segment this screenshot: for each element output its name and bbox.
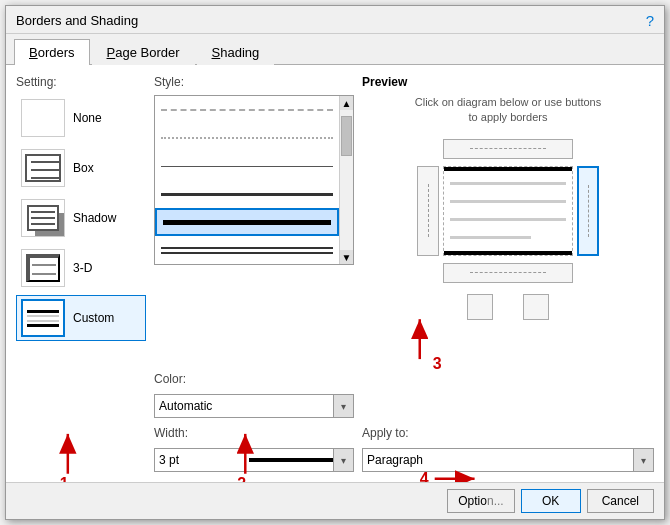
top-border-btn[interactable] (443, 139, 573, 159)
preview-bottom-border (444, 251, 572, 255)
empty-top-right (577, 136, 603, 162)
style-item-2[interactable] (155, 124, 339, 152)
shadow-line-3 (31, 223, 55, 225)
setting-box[interactable]: Box (16, 145, 146, 191)
setting-shadow-label: Shadow (73, 211, 116, 225)
custom-bottom-border (27, 324, 59, 327)
box-line-2 (31, 169, 59, 171)
setting-3d-label: 3-D (73, 261, 92, 275)
width-dropdown[interactable]: 3 pt ▾ (154, 448, 354, 472)
style-item-1[interactable] (155, 96, 339, 124)
preview-label: Preview (362, 75, 654, 89)
panel-setting: Setting: None (16, 75, 146, 472)
extra-border-btn-2[interactable] (523, 294, 549, 320)
width-dropdown-content: 3 pt (159, 453, 333, 467)
help-icon[interactable]: ? (646, 12, 654, 29)
box-icon-inner (25, 154, 61, 182)
left-border-btn[interactable] (417, 166, 439, 256)
setting-shadow-icon (21, 199, 65, 237)
custom-line-1 (27, 315, 59, 317)
cancel-button[interactable]: Cancel (587, 489, 654, 513)
style-line-dot (161, 137, 333, 139)
extra-border-btn-1[interactable] (467, 294, 493, 320)
none-icon-inner (25, 104, 61, 132)
style-line-thin (161, 166, 333, 167)
3d-line-2 (32, 273, 56, 275)
apply-to-dropdown[interactable]: Paragraph ▾ (362, 448, 654, 472)
style-line-dash1 (161, 109, 333, 111)
shadow-line-2 (31, 217, 55, 219)
right-border-btn[interactable] (577, 166, 599, 256)
style-item-3[interactable] (155, 152, 339, 180)
box-lines (27, 156, 63, 184)
tab-page-border[interactable]: Page Border (92, 39, 195, 65)
preview-middle-row (417, 166, 599, 256)
bottom-border-btn[interactable] (443, 263, 573, 283)
3d-line-1 (32, 264, 56, 266)
width-section: Width: 3 pt ▾ (154, 426, 354, 472)
extra-border-row (467, 294, 549, 320)
empty-bottom-left (413, 260, 439, 286)
width-line-preview (249, 458, 333, 462)
preview-line-2 (450, 200, 566, 203)
style-section: Style: (154, 75, 354, 364)
scroll-down-btn[interactable]: ▼ (340, 250, 353, 264)
left-border-indicator (428, 184, 429, 237)
preview-text-area (444, 171, 572, 251)
tab-shading-label: Shading (212, 45, 260, 60)
color-label: Color: (154, 372, 354, 386)
panel-right: Preview Click on diagram below or use bu… (362, 75, 654, 472)
options-label-cut: n... (487, 494, 504, 508)
style-listbox[interactable] (155, 96, 353, 264)
setting-3d[interactable]: 3-D (16, 245, 146, 291)
setting-custom[interactable]: Custom (16, 295, 146, 341)
shadow-box (27, 205, 59, 231)
setting-label: Setting: (16, 75, 146, 89)
options-button[interactable]: Option... (447, 489, 514, 513)
setting-box-label: Box (73, 161, 94, 175)
top-border-indicator (470, 148, 547, 149)
titlebar: Borders and Shading ? (6, 6, 664, 34)
color-dropdown[interactable]: Automatic ▾ (154, 394, 354, 418)
style-line-medium (161, 193, 333, 196)
apply-to-label: Apply to: (362, 426, 654, 440)
setting-box-icon (21, 149, 65, 187)
style-label: Style: (154, 75, 354, 89)
tabs-bar: Borders Page Border Shading (6, 34, 664, 65)
bottom-bar: Option... OK Cancel (6, 482, 664, 519)
setting-items-list: None Bo (16, 95, 146, 341)
tab-borders[interactable]: Borders (14, 39, 90, 65)
style-line-double (161, 247, 333, 254)
preview-line-3 (450, 218, 566, 221)
setting-custom-label: Custom (73, 311, 114, 325)
box-line-1 (31, 161, 59, 163)
setting-custom-icon (21, 299, 65, 337)
custom-lines (25, 313, 61, 324)
style-scrollbar-track[interactable]: ▲ ▼ (339, 96, 353, 264)
style-item-5[interactable] (155, 208, 339, 236)
bottom-border-indicator (470, 272, 547, 273)
preview-top-row (413, 136, 603, 162)
style-item-6[interactable] (155, 236, 339, 264)
setting-none-icon (21, 99, 65, 137)
3d-box (26, 254, 60, 282)
tab-shading[interactable]: Shading (197, 39, 275, 65)
apply-to-value: Paragraph (367, 453, 633, 467)
color-dropdown-arrow[interactable]: ▾ (333, 395, 353, 417)
setting-shadow[interactable]: Shadow (16, 195, 146, 241)
panel-middle: Style: (154, 75, 354, 472)
style-line-thick (163, 220, 331, 225)
preview-box (443, 166, 573, 256)
bottom-border-btns (443, 263, 573, 283)
style-item-4[interactable] (155, 180, 339, 208)
ok-button[interactable]: OK (521, 489, 581, 513)
dialog-title: Borders and Shading (16, 13, 138, 28)
box-line-3 (31, 177, 59, 179)
preview-bottom-row (413, 260, 603, 286)
preview-line-4 (450, 236, 531, 239)
setting-none[interactable]: None (16, 95, 146, 141)
apply-to-dropdown-arrow[interactable]: ▾ (633, 449, 653, 471)
scroll-up-btn[interactable]: ▲ (340, 96, 353, 110)
scrollbar-thumb[interactable] (341, 116, 352, 156)
width-dropdown-arrow[interactable]: ▾ (333, 449, 353, 471)
